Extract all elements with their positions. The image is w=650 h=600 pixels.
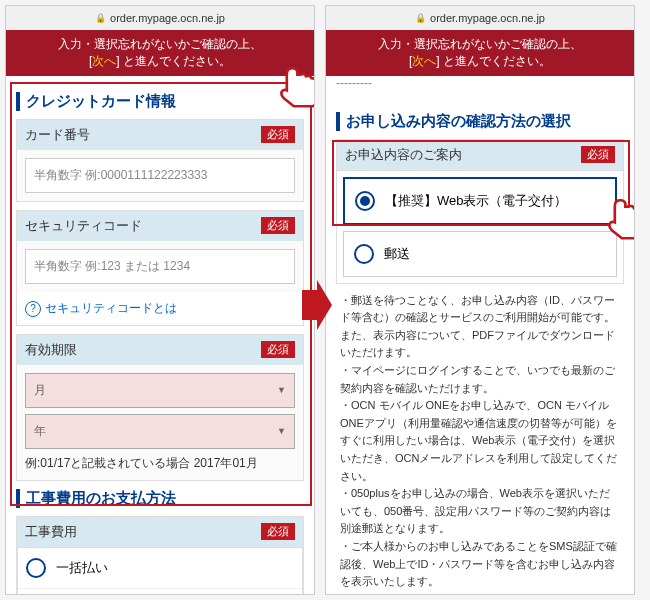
url-bar: order.mypage.ocn.ne.jp bbox=[6, 6, 314, 30]
field-construction-fee: 工事費用必須 一括払い 分割払い bbox=[16, 516, 304, 595]
select-expiry-year[interactable]: 年 bbox=[25, 414, 295, 449]
url-bar: order.mypage.ocn.ne.jp bbox=[326, 6, 634, 30]
input-security-code[interactable]: 半角数字 例:123 または 1234 bbox=[25, 249, 295, 284]
instruction-banner: 入力・選択忘れがないかご確認の上、 [次へ] と進んでください。 bbox=[326, 30, 634, 76]
transition-arrow-icon bbox=[302, 280, 332, 330]
radio-web-display[interactable]: 【推奨】Web表示（電子交付） bbox=[347, 181, 613, 221]
section-title-confirm-method: お申し込み内容の確認方法の選択 bbox=[336, 112, 624, 131]
radio-installment[interactable]: 分割払い bbox=[18, 589, 302, 595]
right-mobile-screen: order.mypage.ocn.ne.jp 入力・選択忘れがないかご確認の上、… bbox=[325, 5, 635, 595]
required-badge: 必須 bbox=[261, 217, 295, 234]
field-security-code: セキュリティコード必須 半角数字 例:123 または 1234 セキュリティコー… bbox=[16, 210, 304, 326]
field-expiry: 有効期限必須 月 年 例:01/17と記載されている場合 2017年01月 bbox=[16, 334, 304, 481]
label-fee: 工事費用 bbox=[25, 523, 77, 541]
section-title-cc: クレジットカード情報 bbox=[16, 92, 304, 111]
required-badge: 必須 bbox=[261, 341, 295, 358]
section-title-payment: 工事費用のお支払方法 bbox=[16, 489, 304, 508]
required-badge: 必須 bbox=[261, 523, 295, 540]
select-expiry-month[interactable]: 月 bbox=[25, 373, 295, 408]
label-card-number: カード番号 bbox=[25, 126, 90, 144]
input-card-number[interactable]: 半角数字 例:0000111122223333 bbox=[25, 158, 295, 193]
pointer-icon bbox=[278, 64, 315, 108]
required-badge: 必須 bbox=[261, 126, 295, 143]
instruction-banner: 入力・選択忘れがないかご確認の上、 [次へ] と進んでください。 bbox=[6, 30, 314, 76]
radio-postal-mail[interactable]: 郵送 bbox=[346, 234, 614, 274]
label-security-code: セキュリティコード bbox=[25, 217, 142, 235]
pointer-icon bbox=[606, 196, 635, 240]
label-guide: お申込内容のご案内 bbox=[345, 146, 462, 164]
radio-lump-sum[interactable]: 一括払い bbox=[18, 548, 302, 589]
left-mobile-screen: order.mypage.ocn.ne.jp 入力・選択忘れがないかご確認の上、… bbox=[5, 5, 315, 595]
field-card-number: カード番号必須 半角数字 例:0000111122223333 bbox=[16, 119, 304, 202]
label-expiry: 有効期限 bbox=[25, 341, 77, 359]
info-text-block: ・郵送を待つことなく、お申し込み内容（ID、パスワード等含む）の確認とサービスの… bbox=[336, 292, 624, 591]
help-link-security-code[interactable]: セキュリティコードとは bbox=[17, 292, 303, 325]
truncated-content: --------- bbox=[326, 76, 634, 96]
required-badge: 必須 bbox=[581, 146, 615, 163]
expiry-example: 例:01/17と記載されている場合 2017年01月 bbox=[25, 455, 295, 472]
